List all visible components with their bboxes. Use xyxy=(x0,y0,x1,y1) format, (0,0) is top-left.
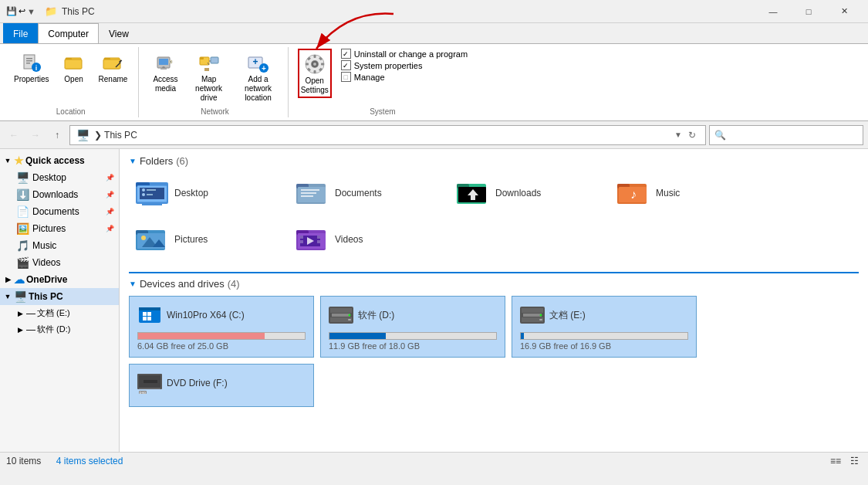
quick-access-expand-icon: ▼ xyxy=(3,157,12,164)
sidebar-item-documents[interactable]: 📄 Documents 📌 xyxy=(0,203,119,220)
drives-section-header[interactable]: ▼ Devices and drives (4) xyxy=(129,272,859,290)
drives-chevron-icon: ▼ xyxy=(129,280,137,288)
drive-e-bar-bg xyxy=(520,332,688,340)
drive-e-name: 文档 (E:) xyxy=(549,309,586,322)
drive-f-name: DVD Drive (F:) xyxy=(167,378,228,388)
videos-folder-name: Videos xyxy=(335,234,363,245)
drive-c-bar-bg xyxy=(137,332,306,340)
onedrive-label: OneDrive xyxy=(26,274,67,285)
documents-label: Documents xyxy=(32,206,101,217)
drive-d-info: 11.9 GB free of 18.0 GB xyxy=(329,341,497,351)
manage-label: Manage xyxy=(354,73,385,82)
sidebar-item-desktop[interactable]: 🖥️ Desktop 📌 xyxy=(0,169,119,186)
folder-downloads[interactable]: Downloads xyxy=(450,173,604,213)
manage-checkbox[interactable]: □ xyxy=(341,72,351,82)
sidebar-group-software-d[interactable]: ▶ — 软件 (D:) xyxy=(0,321,119,337)
folders-section-header[interactable]: ▼ Folders (6) xyxy=(129,155,859,167)
address-dropdown-icon[interactable]: ▼ xyxy=(671,131,685,139)
tab-computer[interactable]: Computer xyxy=(38,23,99,43)
uninstall-checkbox[interactable]: ✓ xyxy=(341,49,351,59)
map-network-button[interactable]: Map networkdrive xyxy=(186,49,232,104)
drive-e[interactable]: 文档 (E:) 16.9 GB free of 16.9 GB xyxy=(512,296,697,358)
refresh-button[interactable]: ↻ xyxy=(685,130,699,141)
svg-rect-22 xyxy=(211,57,218,63)
folder-documents[interactable]: Documents xyxy=(289,173,444,213)
maximize-button[interactable]: □ xyxy=(791,0,826,23)
drives-title: Devices and drives xyxy=(140,278,225,290)
downloads-folder-name: Downloads xyxy=(495,188,541,198)
add-network-button[interactable]: + + Add a networklocation xyxy=(235,49,282,104)
folders-grid: Desktop Documents xyxy=(129,173,859,259)
forward-button[interactable]: → xyxy=(26,126,45,144)
sidebar-group-doc-e[interactable]: ▶ — 文档 (E:) xyxy=(0,305,119,321)
address-bar[interactable]: 🖥️ ❯ This PC ▼ ↻ xyxy=(69,125,706,145)
software-d-expand-icon: ▶ xyxy=(15,326,25,334)
folder-videos[interactable]: Videos xyxy=(289,219,444,259)
open-button[interactable]: Open xyxy=(57,49,91,86)
sidebar-item-pictures[interactable]: 🖼️ Pictures 📌 xyxy=(0,220,119,237)
downloads-pin-icon: 📌 xyxy=(106,191,114,198)
sidebar-group-onedrive[interactable]: ▶ ☁ OneDrive xyxy=(0,271,119,288)
svg-rect-34 xyxy=(306,63,309,66)
svg-point-41 xyxy=(313,63,316,66)
system-props-checkbox[interactable]: ✓ xyxy=(341,60,351,70)
pictures-icon: 🖼️ xyxy=(15,222,29,235)
main-layout: ▼ ★ Quick access 🖥️ Desktop 📌 ⬇️ Downloa… xyxy=(0,149,868,452)
properties-button[interactable]: i Properties xyxy=(9,49,54,86)
tab-view[interactable]: View xyxy=(99,23,139,43)
folders-chevron-icon: ▼ xyxy=(129,157,137,165)
drive-e-header: 文档 (E:) xyxy=(520,303,688,327)
svg-rect-84 xyxy=(147,312,151,316)
tab-file[interactable]: File xyxy=(3,23,38,43)
system-checkboxes: ✓ Uninstall or change a program ✓ System… xyxy=(341,49,468,82)
drive-d[interactable]: 软件 (D:) 11.9 GB free of 18.0 GB xyxy=(320,296,505,358)
open-settings-button[interactable]: OpenSettings xyxy=(298,49,332,98)
svg-point-19 xyxy=(170,61,171,63)
svg-rect-33 xyxy=(313,70,316,73)
svg-rect-88 xyxy=(330,308,352,313)
up-button[interactable]: ↑ xyxy=(48,126,66,144)
drive-f[interactable]: DVD DVD Drive (F:) xyxy=(129,364,314,407)
drive-c[interactable]: Win10Pro X64 (C:) 6.04 GB free of 25.0 G… xyxy=(129,296,314,358)
sidebar-group-this-pc[interactable]: ▼ 🖥️ This PC xyxy=(0,288,119,305)
svg-rect-96 xyxy=(539,319,542,321)
manage-check[interactable]: □ Manage xyxy=(341,72,468,82)
folder-music[interactable]: ♪ Music xyxy=(610,173,765,213)
rename-button[interactable]: Rename xyxy=(94,49,133,86)
drive-c-bar-fill xyxy=(138,333,265,339)
this-pc-icon: 🖥️ xyxy=(14,290,27,303)
folder-pictures[interactable]: Pictures xyxy=(129,219,283,259)
svg-rect-25 xyxy=(204,68,209,71)
minimize-button[interactable]: — xyxy=(755,0,791,23)
map-network-icon xyxy=(197,50,221,75)
search-bar[interactable]: 🔍 xyxy=(709,125,863,145)
list-view-button[interactable]: ≡≡ xyxy=(828,454,843,468)
documents-icon: 📄 xyxy=(15,205,29,218)
uninstall-check[interactable]: ✓ Uninstall or change a program xyxy=(341,49,468,59)
svg-rect-78 xyxy=(317,236,320,239)
svg-rect-90 xyxy=(348,319,351,321)
desktop-folder-name: Desktop xyxy=(174,188,208,198)
svg-text:+: + xyxy=(262,64,266,73)
drive-c-info: 6.04 GB free of 25.0 GB xyxy=(137,341,306,351)
folder-desktop[interactable]: Desktop xyxy=(129,173,283,213)
sidebar-item-music[interactable]: 🎵 Music xyxy=(0,237,119,254)
system-props-check[interactable]: ✓ System properties xyxy=(341,60,468,70)
sidebar-group-quick-access[interactable]: ▼ ★ Quick access xyxy=(0,152,119,169)
close-button[interactable]: ✕ xyxy=(826,0,862,23)
svg-point-98 xyxy=(540,314,542,317)
sidebar-item-videos[interactable]: 🎬 Videos xyxy=(0,254,119,271)
svg-rect-35 xyxy=(321,63,324,66)
open-settings-label: OpenSettings xyxy=(301,76,329,95)
svg-text:i: i xyxy=(35,64,38,72)
drive-c-name: Win10Pro X64 (C:) xyxy=(167,310,245,321)
access-media-button[interactable]: Accessmedia xyxy=(148,49,182,95)
properties-label: Properties xyxy=(14,75,49,84)
music-folder-name: Music xyxy=(656,188,680,198)
drives-count: (4) xyxy=(228,278,240,290)
back-button[interactable]: ← xyxy=(5,126,23,144)
grid-view-button[interactable]: ☷ xyxy=(846,454,862,468)
sidebar-item-downloads[interactable]: ⬇️ Downloads 📌 xyxy=(0,186,119,203)
nav-bar: ← → ↑ 🖥️ ❯ This PC ▼ ↻ 🔍 xyxy=(0,121,868,149)
videos-folder-icon xyxy=(296,225,329,254)
